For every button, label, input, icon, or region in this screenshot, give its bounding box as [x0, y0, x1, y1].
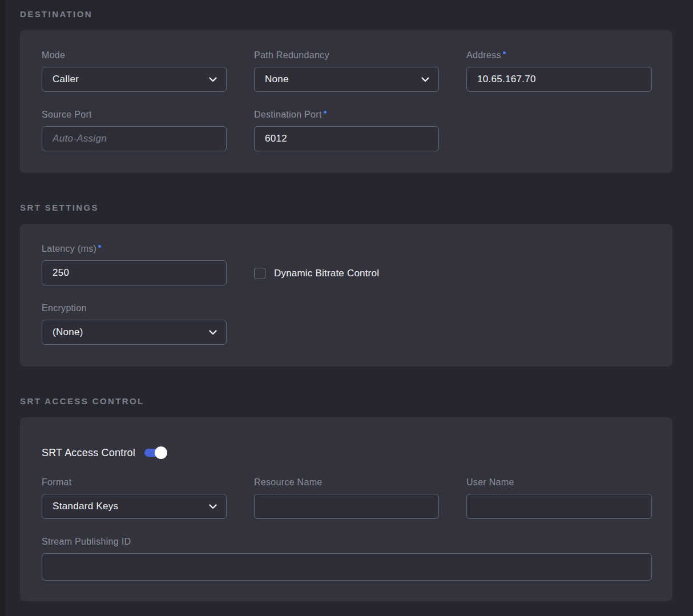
- empty-cell: [466, 244, 652, 285]
- chevron-down-icon: [421, 77, 429, 82]
- chevron-down-icon: [209, 504, 217, 509]
- encryption-selected-value: (None): [53, 327, 83, 338]
- encryption-field: Encryption (None): [42, 304, 227, 345]
- destination-port-label: Destination Port: [254, 110, 439, 119]
- destination-port-field: Destination Port: [254, 110, 439, 151]
- dynamic-bitrate-control-label: Dynamic Bitrate Control: [274, 268, 379, 279]
- required-dot: [324, 111, 327, 114]
- address-input[interactable]: [466, 67, 652, 92]
- srt-access-control-toggle-row: SRT Access Control: [42, 446, 652, 460]
- section-srt-settings: SRT SETTINGS Latency (ms) Dynamic Bitrat…: [20, 203, 672, 367]
- stream-publishing-id-label: Stream Publishing ID: [42, 537, 652, 546]
- resource-name-label: Resource Name: [254, 478, 439, 487]
- resource-name-field: Resource Name: [254, 478, 439, 519]
- chevron-down-icon: [209, 330, 217, 335]
- user-name-field: User Name: [466, 478, 652, 519]
- mode-select[interactable]: Caller: [42, 67, 227, 92]
- address-label: Address: [466, 51, 652, 60]
- path-redundancy-field: Path Redundancy None: [254, 51, 439, 92]
- section-title-destination: DESTINATION: [20, 9, 672, 19]
- empty-cell: [466, 110, 652, 151]
- stream-publishing-id-input[interactable]: [42, 553, 652, 581]
- toggle-knob: [155, 446, 167, 459]
- path-redundancy-label: Path Redundancy: [254, 51, 439, 60]
- mode-selected-value: Caller: [53, 74, 79, 85]
- dynamic-bitrate-control-field: Dynamic Bitrate Control: [254, 268, 439, 279]
- stream-publishing-id-field: Stream Publishing ID: [42, 537, 652, 581]
- path-redundancy-select[interactable]: None: [254, 67, 439, 92]
- dynamic-bitrate-control-checkbox[interactable]: [254, 268, 265, 279]
- latency-field: Latency (ms): [42, 244, 227, 285]
- srt-settings-panel: Latency (ms) Dynamic Bitrate Control Enc…: [20, 224, 672, 367]
- section-destination: DESTINATION Mode Caller Path Redundancy …: [20, 9, 672, 173]
- destination-port-input[interactable]: [254, 126, 439, 151]
- section-title-srt-access-control: SRT ACCESS CONTROL: [20, 396, 672, 406]
- mode-label: Mode: [42, 51, 227, 60]
- latency-label: Latency (ms): [42, 244, 227, 253]
- source-port-input[interactable]: [42, 126, 227, 151]
- user-name-label: User Name: [466, 478, 652, 487]
- source-port-label: Source Port: [42, 110, 227, 119]
- format-selected-value: Standard Keys: [53, 501, 118, 512]
- required-dot: [503, 51, 506, 54]
- encryption-label: Encryption: [42, 304, 227, 313]
- mode-field: Mode Caller: [42, 51, 227, 92]
- section-title-srt-settings: SRT SETTINGS: [20, 203, 672, 212]
- destination-panel: Mode Caller Path Redundancy None: [20, 30, 672, 173]
- latency-input[interactable]: [42, 260, 227, 285]
- section-srt-access-control: SRT ACCESS CONTROL SRT Access Control Fo…: [20, 396, 672, 601]
- srt-access-control-toggle-label: SRT Access Control: [42, 447, 135, 459]
- format-label: Format: [42, 478, 227, 487]
- srt-access-control-panel: SRT Access Control Format Standard Keys: [20, 417, 672, 601]
- srt-access-control-toggle[interactable]: [144, 446, 167, 460]
- path-redundancy-selected-value: None: [265, 74, 289, 85]
- format-field: Format Standard Keys: [42, 478, 227, 519]
- required-dot: [98, 245, 101, 248]
- format-select[interactable]: Standard Keys: [42, 494, 227, 519]
- source-port-field: Source Port: [42, 110, 227, 151]
- encryption-select[interactable]: (None): [42, 320, 227, 345]
- chevron-down-icon: [209, 77, 217, 82]
- resource-name-input[interactable]: [254, 494, 439, 519]
- user-name-input[interactable]: [466, 494, 652, 519]
- address-field: Address: [466, 51, 652, 92]
- srt-settings-page: DESTINATION Mode Caller Path Redundancy …: [0, 0, 693, 601]
